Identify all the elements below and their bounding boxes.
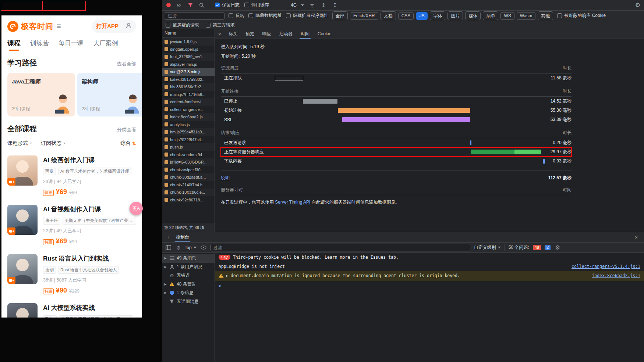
clear-console-button[interactable]: ⊘: [175, 244, 182, 251]
console-tab[interactable]: 控制台: [171, 232, 194, 242]
preserve-log-checkbox[interactable]: 保留日志: [215, 2, 240, 8]
geektime-logo[interactable]: 极客时间 ☰: [7, 21, 61, 32]
network-request-row[interactable]: vue@2.7.3.min.js: [162, 68, 215, 76]
detail-tab[interactable]: 启动器: [275, 29, 297, 39]
source-link[interactable]: collect-rangers-v5.1.4.js:1: [564, 264, 640, 269]
network-request-row[interactable]: chunk-30d2aedf.a...: [162, 173, 215, 181]
clear-network-log-button[interactable]: ⊘: [176, 2, 182, 8]
more-tools-icon[interactable]: ⋮: [165, 234, 171, 240]
nav-tab[interactable]: 训练营: [30, 39, 49, 51]
issues-error-badge[interactable]: 48: [533, 245, 541, 250]
course-title[interactable]: AI 绘画创作入门课: [43, 156, 131, 164]
third-party-requests-checkbox[interactable]: 第三方请求: [206, 22, 235, 28]
blocked-response-cookies-checkbox[interactable]: 被屏蔽的响应 Cookie: [557, 12, 606, 19]
console-message[interactable]: ▶document.domain mutation is ignored bec…: [215, 271, 644, 281]
network-request-row[interactable]: collect-rangers-v...: [162, 106, 215, 114]
console-sidebar-item[interactable]: ▶1 条用户消息: [162, 263, 215, 272]
network-request-row[interactable]: font_372689_nw1...: [162, 53, 215, 61]
translate-floating-button[interactable]: 英A: [130, 202, 143, 215]
user-icon[interactable]: [125, 22, 132, 30]
console-message[interactable]: ▶47Third-party cookie will be blocked. L…: [215, 253, 644, 262]
console-settings-icon[interactable]: ⚙: [554, 244, 561, 251]
console-sidebar-item[interactable]: ▶48 条警告: [162, 280, 215, 289]
course-title[interactable]: Rust 语言从入门到实战: [43, 254, 119, 263]
settings-gear-icon[interactable]: ⚙: [634, 2, 641, 8]
console-sidebar-item[interactable]: ▶49 条消息: [162, 254, 215, 263]
resource-filter-chip[interactable]: WS: [500, 12, 514, 20]
close-drawer-icon[interactable]: ×: [631, 234, 641, 240]
learning-path-card[interactable]: 架构师28门课程: [77, 73, 142, 117]
open-app-button[interactable]: 打开APP: [92, 20, 136, 33]
network-request-row[interactable]: aliplayer-min.js: [162, 61, 215, 68]
network-request-row[interactable]: jweixin-1.6.0.js: [162, 38, 215, 46]
nav-tab[interactable]: 每日一课: [59, 39, 84, 51]
detail-tab[interactable]: 预览: [241, 29, 258, 39]
view-all-link[interactable]: 查看全部: [117, 61, 136, 67]
course-form-filter[interactable]: 课程形式: [7, 140, 32, 147]
course-item[interactable]: AI 音视频创作入门课唐子轩美顺无界（中央美院数字科技产业公...22讲 | 4…: [1, 205, 142, 245]
source-link[interactable]: index.8ce6bad2.js:1: [584, 273, 640, 279]
issues-count-label[interactable]: 50 个问题:: [509, 244, 529, 251]
resource-filter-chip[interactable]: Wasm: [517, 12, 536, 20]
disable-cache-checkbox[interactable]: 停用缓存: [244, 2, 269, 8]
course-item[interactable]: AI 大模型系统实战Tyler前亚马逊应用科学家，头部大厂 AIGC ...38…: [1, 303, 142, 318]
network-request-row[interactable]: katex.f3817a9302...: [162, 76, 215, 83]
close-icon[interactable]: ×: [215, 29, 224, 39]
name-column-header[interactable]: Name: [162, 29, 215, 38]
resource-filter-chip[interactable]: 字体: [430, 11, 445, 20]
detail-tab[interactable]: 时间: [297, 29, 314, 39]
network-request-row[interactable]: content-fontface-i...: [162, 98, 215, 106]
network-request-row[interactable]: index.8ce6bad2.js: [162, 113, 215, 121]
nav-tab[interactable]: 大厂案例: [93, 39, 118, 51]
resource-filter-chip[interactable]: JS: [416, 12, 428, 20]
network-request-row[interactable]: analytics.js: [162, 121, 215, 129]
console-prompt[interactable]: >: [215, 281, 644, 291]
blocked-requests-checkbox[interactable]: 被屏蔽的请求: [166, 22, 199, 28]
network-request-row[interactable]: chunk-18fccb6c.e...: [162, 189, 215, 196]
console-sidebar-item[interactable]: ▶1 条信息: [162, 288, 215, 297]
network-request-row[interactable]: js?id=G-03JGDGP...: [162, 158, 215, 166]
filter-toggle-icon[interactable]: [187, 2, 194, 8]
issues-info-badge[interactable]: 2: [545, 245, 551, 250]
export-har-icon[interactable]: ↧: [332, 2, 338, 8]
network-request-row[interactable]: chunk-swiper.f30...: [162, 166, 215, 174]
detail-tab[interactable]: 标头: [224, 29, 241, 39]
resource-filter-chip[interactable]: CSS: [398, 12, 414, 20]
network-filter-input[interactable]: [165, 12, 224, 20]
network-conditions-icon[interactable]: [309, 2, 315, 8]
course-item[interactable]: AI 绘画创作入门课西瓜AI 数字艺术创作者，艺术插画设计师23讲 | 94 人…: [1, 155, 142, 196]
course-item[interactable]: Rust 语言从入门到实战唐刚Rust 语言中文社区联合创始人36讲 | 588…: [1, 254, 142, 294]
network-request-row[interactable]: hm.js?59c4ff31a9...: [162, 128, 215, 136]
network-request-row[interactable]: chunk-2140f7b4.b...: [162, 181, 215, 189]
subscribe-status-filter[interactable]: 订阅状态: [41, 140, 66, 147]
resource-filter-chip[interactable]: 全部: [332, 11, 348, 20]
sort-filter[interactable]: 综合 ⇅: [120, 140, 136, 147]
explanation-link[interactable]: 说明: [221, 175, 230, 181]
network-request-row[interactable]: main.js?t=171656...: [162, 91, 215, 98]
hide-data-urls-checkbox[interactable]: 隐藏数据网址: [248, 12, 282, 19]
search-icon[interactable]: [198, 2, 205, 8]
network-request-row[interactable]: push.js: [162, 143, 215, 151]
hide-extension-urls-checkbox[interactable]: 隐藏扩展程序网址: [286, 12, 328, 19]
log-level-select[interactable]: 自定义级别: [474, 244, 501, 251]
console-sidebar-item[interactable]: ⊘无错误: [162, 271, 215, 280]
console-sidebar-toggle-icon[interactable]: [165, 244, 171, 251]
resource-filter-chip[interactable]: Fetch/XHR: [350, 12, 378, 20]
network-request-row[interactable]: hls.8361666e7e2...: [162, 83, 215, 91]
network-request-row[interactable]: chunk-vendors.94...: [162, 151, 215, 159]
resource-filter-chip[interactable]: 文档: [381, 11, 396, 20]
detail-tab[interactable]: 响应: [258, 29, 275, 39]
console-message[interactable]: AppLogBridge is not injectcollect-ranger…: [215, 262, 644, 271]
live-expression-eye-icon[interactable]: [200, 244, 207, 251]
javascript-context-select[interactable]: top: [185, 245, 197, 250]
network-request-row[interactable]: dingtalk.open.js: [162, 46, 215, 53]
resource-filter-chip[interactable]: 图片: [447, 11, 463, 20]
course-title[interactable]: AI 音视频创作入门课: [43, 205, 136, 214]
detail-tab[interactable]: Cookie: [314, 29, 335, 39]
console-filter-input[interactable]: [210, 244, 470, 251]
category-view-link[interactable]: 分类查看: [117, 126, 136, 133]
server-timing-api-link[interactable]: Server Timing API: [275, 200, 310, 205]
resource-filter-chip[interactable]: 其他: [538, 11, 553, 20]
resource-filter-chip[interactable]: 清单: [483, 11, 498, 20]
console-sidebar-item[interactable]: 无详细消息: [162, 297, 215, 306]
